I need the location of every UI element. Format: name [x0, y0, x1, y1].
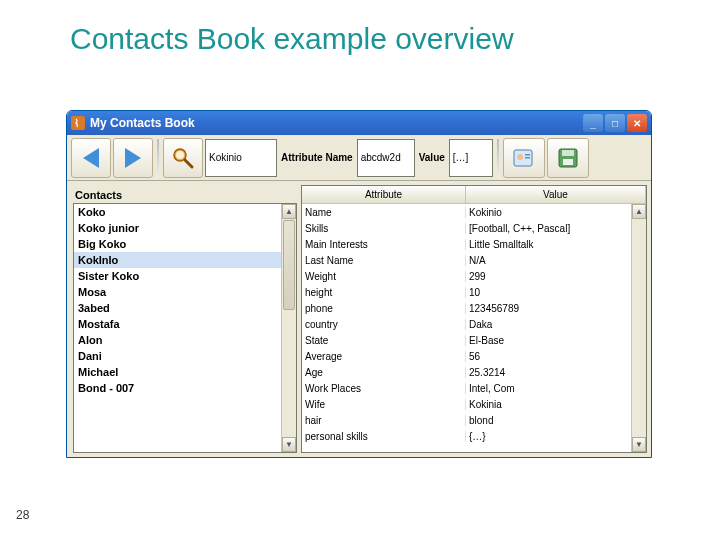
cell-attribute: personal skills — [302, 431, 466, 442]
cell-attribute: Main Interests — [302, 239, 466, 250]
cell-attribute: country — [302, 319, 466, 330]
col-value[interactable]: Value — [466, 186, 646, 203]
table-row[interactable]: Weight299 — [302, 268, 646, 284]
name-input[interactable]: Kokinio — [205, 139, 277, 177]
list-item[interactable]: Michael — [74, 364, 296, 380]
content-area: Contacts KokoKoko juniorBig KokoKokInIoS… — [67, 181, 651, 457]
cell-attribute: Average — [302, 351, 466, 362]
contacts-header: Contacts — [75, 189, 297, 201]
value-input[interactable]: […] — [449, 139, 493, 177]
cell-value: blond — [466, 415, 646, 426]
list-item[interactable]: Alon — [74, 332, 296, 348]
table-row[interactable]: Skills[Football, C++, Pascal] — [302, 220, 646, 236]
toolbar: Kokinio Attribute Name abcdw2d Value […] — [67, 135, 651, 181]
list-item[interactable]: Big Koko — [74, 236, 296, 252]
cell-value: [Football, C++, Pascal] — [466, 223, 646, 234]
cell-attribute: State — [302, 335, 466, 346]
attributes-pane: Attribute Value NameKokinioSkills[Footba… — [299, 181, 651, 457]
close-button[interactable]: ✕ — [627, 114, 647, 132]
cell-attribute: Name — [302, 207, 466, 218]
arrow-right-icon — [125, 148, 141, 168]
list-item[interactable]: Koko junior — [74, 220, 296, 236]
svg-point-4 — [517, 154, 523, 160]
arrow-left-icon — [83, 148, 99, 168]
list-item[interactable]: Koko — [74, 204, 296, 220]
cell-value: 10 — [466, 287, 646, 298]
svg-rect-8 — [562, 150, 574, 156]
table-row[interactable]: StateEl-Base — [302, 332, 646, 348]
cell-attribute: phone — [302, 303, 466, 314]
table-row[interactable]: WifeKokinia — [302, 396, 646, 412]
cell-value: Little Smalltalk — [466, 239, 646, 250]
table-row[interactable]: Main InterestsLittle Smalltalk — [302, 236, 646, 252]
scroll-thumb[interactable] — [283, 220, 295, 310]
list-item[interactable]: Mostafa — [74, 316, 296, 332]
scroll-down-button[interactable]: ▼ — [632, 437, 646, 452]
cell-attribute: hair — [302, 415, 466, 426]
cell-attribute: Age — [302, 367, 466, 378]
list-item[interactable]: Bond - 007 — [74, 380, 296, 396]
cell-attribute: Work Places — [302, 383, 466, 394]
table-row[interactable]: hairblond — [302, 412, 646, 428]
titlebar[interactable]: My Contacts Book _ □ ✕ — [67, 111, 651, 135]
cell-value: N/A — [466, 255, 646, 266]
svg-point-1 — [176, 151, 184, 159]
svg-rect-6 — [525, 157, 530, 159]
save-button[interactable] — [547, 138, 589, 178]
cell-value: Intel, Com — [466, 383, 646, 394]
scroll-up-button[interactable]: ▲ — [282, 204, 296, 219]
cell-value: 56 — [466, 351, 646, 362]
table-header: Attribute Value — [302, 186, 646, 204]
table-row[interactable]: Average56 — [302, 348, 646, 364]
attribute-name-input[interactable]: abcdw2d — [357, 139, 415, 177]
search-button[interactable] — [163, 138, 203, 178]
list-item[interactable]: KokInIo — [74, 252, 296, 268]
table-row[interactable]: phone123456789 — [302, 300, 646, 316]
contact-list[interactable]: KokoKoko juniorBig KokoKokInIoSister Kok… — [73, 203, 297, 453]
cell-value: Kokinio — [466, 207, 646, 218]
list-item[interactable]: 3abed — [74, 300, 296, 316]
table-row[interactable]: countryDaka — [302, 316, 646, 332]
scroll-up-button[interactable]: ▲ — [632, 204, 646, 219]
forward-button[interactable] — [113, 138, 153, 178]
value-label: Value — [419, 152, 445, 163]
cell-value: Daka — [466, 319, 646, 330]
cell-attribute: Wife — [302, 399, 466, 410]
slide-title: Contacts Book example overview — [70, 22, 514, 56]
attribute-name-label: Attribute Name — [281, 152, 353, 163]
new-contact-button[interactable] — [503, 138, 545, 178]
svg-rect-5 — [525, 154, 530, 156]
maximize-button[interactable]: □ — [605, 114, 625, 132]
separator — [497, 139, 499, 177]
svg-rect-9 — [563, 159, 573, 165]
magnifier-icon — [170, 145, 196, 171]
cell-value: Kokinia — [466, 399, 646, 410]
scrollbar-vertical[interactable]: ▲ ▼ — [631, 204, 646, 452]
table-row[interactable]: personal skills{…} — [302, 428, 646, 444]
table-row[interactable]: Work PlacesIntel, Com — [302, 380, 646, 396]
new-contact-icon — [510, 144, 538, 172]
scroll-down-button[interactable]: ▼ — [282, 437, 296, 452]
cell-value: 299 — [466, 271, 646, 282]
cell-value: 123456789 — [466, 303, 646, 314]
separator — [157, 139, 159, 177]
list-item[interactable]: Mosa — [74, 284, 296, 300]
save-icon — [554, 144, 582, 172]
scrollbar-vertical[interactable]: ▲ ▼ — [281, 204, 296, 452]
attribute-table[interactable]: Attribute Value NameKokinioSkills[Footba… — [301, 185, 647, 453]
list-item[interactable]: Sister Koko — [74, 268, 296, 284]
table-row[interactable]: height10 — [302, 284, 646, 300]
cell-value: 25.3214 — [466, 367, 646, 378]
cell-attribute: height — [302, 287, 466, 298]
table-row[interactable]: NameKokinio — [302, 204, 646, 220]
minimize-button[interactable]: _ — [583, 114, 603, 132]
table-row[interactable]: Last NameN/A — [302, 252, 646, 268]
list-item[interactable]: Dani — [74, 348, 296, 364]
col-attribute[interactable]: Attribute — [302, 186, 466, 203]
contacts-pane: Contacts KokoKoko juniorBig KokoKokInIoS… — [67, 181, 299, 457]
slide-number: 28 — [16, 508, 29, 522]
table-row[interactable]: Age25.3214 — [302, 364, 646, 380]
java-icon — [71, 116, 85, 130]
back-button[interactable] — [71, 138, 111, 178]
cell-attribute: Skills — [302, 223, 466, 234]
